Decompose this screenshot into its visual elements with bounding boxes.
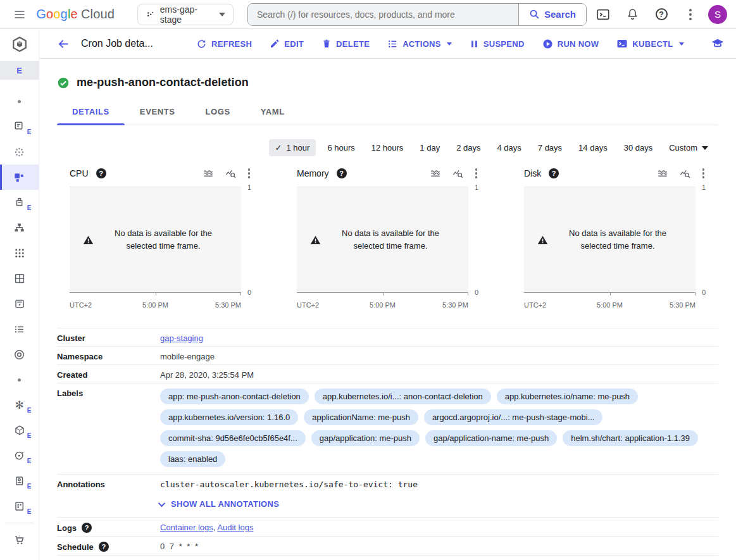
help-icon[interactable]: ?: [99, 542, 109, 552]
chart-plot-area[interactable]: No data is available for the selected ti…: [297, 187, 468, 293]
time-option-6-hours[interactable]: 6 hours: [322, 139, 359, 156]
kubectl-button[interactable]: KUBECTL: [608, 33, 692, 54]
sidebar-item-apps-grid-icon[interactable]: [0, 240, 39, 266]
main-content: me-push-anon-contact-deletion DETAILS EV…: [39, 76, 736, 560]
sidebar-item-workloads[interactable]: [0, 165, 39, 190]
tab-yaml[interactable]: YAML: [246, 99, 300, 125]
time-option-14-days[interactable]: 14 days: [573, 139, 613, 156]
row-created: Created Apr 28, 2020, 3:25:54 PM: [57, 365, 718, 383]
tab-details[interactable]: DETAILS: [57, 99, 125, 125]
help-icon[interactable]: ?: [96, 168, 106, 178]
tab-events[interactable]: EVENTS: [125, 99, 190, 125]
label-chip[interactable]: applicationName: me-push: [304, 409, 418, 425]
more-vertical-icon[interactable]: [679, 3, 702, 26]
sidebar-item-config-grid-icon[interactable]: [0, 266, 39, 291]
label-chip[interactable]: laas: enabled: [160, 451, 225, 467]
explore-metric-icon[interactable]: [452, 168, 464, 180]
back-button[interactable]: [51, 31, 76, 56]
chevron-down-icon: [447, 42, 452, 46]
gke-logo-icon[interactable]: [0, 29, 39, 59]
help-icon[interactable]: ?: [549, 168, 559, 178]
y-axis-min: 0: [247, 289, 251, 296]
time-option-12-hours[interactable]: 12 hours: [366, 139, 409, 156]
sidebar-section-e-badge[interactable]: E: [0, 61, 39, 80]
chart-style-icon[interactable]: [202, 167, 215, 180]
sidebar-item-network-globe-icon[interactable]: [0, 342, 39, 367]
hamburger-menu-icon[interactable]: [8, 2, 31, 27]
label-chip[interactable]: app.kubernetes.io/name: me-push: [497, 389, 638, 404]
sidebar-item-cluster-dots-icon[interactable]: [0, 139, 39, 165]
chart-plot-area[interactable]: No data is available for the selected ti…: [70, 187, 241, 293]
help-icon[interactable]: ?: [337, 168, 347, 178]
time-option-1-hour[interactable]: ✓1 hour: [269, 139, 316, 156]
row-annotations: Annotations cluster-autoscaler.kubernete…: [57, 475, 718, 518]
sidebar-item-storage-icon[interactable]: [0, 291, 39, 316]
label-chip[interactable]: app.kubernetes.io/i...: anon-contact-del…: [315, 389, 491, 404]
container-logs-link[interactable]: Container logs: [160, 523, 213, 532]
show-all-annotations-button[interactable]: SHOW ALL ANNOTATIONS: [160, 499, 718, 509]
google-cloud-logo[interactable]: GoogleCloud: [36, 7, 115, 22]
explore-metric-icon[interactable]: [679, 168, 691, 180]
label-chip[interactable]: helm.sh/chart: application-1.1.39: [563, 430, 698, 446]
chart-menu-icon[interactable]: [701, 167, 706, 180]
refresh-button[interactable]: REFRESH: [187, 34, 261, 54]
sidebar-item-gateways-e[interactable]: E: [0, 190, 39, 215]
details-table: Cluster gap-staging Namespace mobile-eng…: [57, 328, 718, 560]
sidebar-overflow-dot-icon[interactable]: [0, 367, 39, 392]
chart-menu-icon[interactable]: [247, 167, 252, 180]
e-badge: E: [27, 129, 32, 135]
time-option-7-days[interactable]: 7 days: [533, 139, 567, 156]
search-input[interactable]: [248, 4, 518, 25]
sidebar-item-migrate-building-e[interactable]: E: [0, 494, 39, 519]
suspend-button[interactable]: SUSPEND: [461, 34, 533, 54]
tab-logs[interactable]: LOGS: [190, 99, 245, 125]
time-option-custom[interactable]: Custom: [664, 139, 713, 156]
status-ok-icon: [57, 77, 70, 89]
avatar[interactable]: S: [708, 5, 727, 24]
chart-style-icon[interactable]: [656, 167, 669, 180]
sidebar-item-config-sync-e[interactable]: ✻ E: [0, 392, 39, 418]
label-chip[interactable]: gap/application: me-push: [311, 430, 420, 446]
audit-logs-link[interactable]: Audit logs: [217, 523, 253, 532]
time-option-1-day[interactable]: 1 day: [415, 139, 445, 156]
sidebar-item-backup-badge-e[interactable]: E: [0, 468, 39, 494]
label-chip[interactable]: gap/application-name: me-push: [425, 430, 557, 446]
search-icon: [529, 9, 540, 20]
label-chip[interactable]: app.kubernetes.io/version: 1.16.0: [160, 409, 298, 425]
search-button[interactable]: Search: [518, 4, 586, 25]
time-option-2-days[interactable]: 2 days: [451, 139, 485, 156]
time-option-30-days[interactable]: 30 days: [619, 139, 658, 156]
sidebar-overflow-dot-icon[interactable]: [0, 89, 39, 114]
e-badge: E: [27, 458, 32, 464]
sidebar-item-hierarchy-icon[interactable]: [0, 215, 39, 240]
project-icon: [146, 9, 155, 20]
help-icon[interactable]: ?: [650, 3, 673, 26]
sidebar-item-secrets-cube-e[interactable]: E: [0, 418, 39, 443]
sidebar-item-clusters-e[interactable]: E: [0, 114, 39, 139]
explore-metric-icon[interactable]: [225, 168, 237, 180]
actions-menu-button[interactable]: ACTIONS: [378, 34, 461, 54]
chart-title: Memory: [297, 168, 329, 178]
delete-button[interactable]: DELETE: [313, 34, 378, 54]
chart-style-icon[interactable]: [429, 167, 442, 180]
label-chip[interactable]: commit-sha: 9d56e6fe0cb5f65e4f...: [160, 430, 306, 446]
cloud-shell-icon[interactable]: [592, 3, 614, 26]
notifications-bell-icon[interactable]: [621, 3, 644, 26]
sidebar-item-marketplace-cart-icon[interactable]: [0, 527, 39, 552]
chevron-down-icon: [702, 146, 708, 150]
cluster-link[interactable]: gap-staging: [160, 333, 203, 343]
chart-disk: Disk ? No data is available for the sele…: [524, 160, 706, 311]
sidebar-item-service-mesh-e[interactable]: E: [0, 443, 39, 468]
chevron-down-icon: [219, 13, 225, 16]
chart-menu-icon[interactable]: [474, 167, 479, 180]
label-chip[interactable]: app: me-push-anon-contact-deletion: [160, 389, 309, 404]
learning-icon[interactable]: [711, 37, 725, 51]
sidebar-item-list-icon[interactable]: [0, 316, 39, 342]
time-option-4-days[interactable]: 4 days: [492, 139, 526, 156]
project-selector[interactable]: ems-gap-stage: [137, 4, 234, 25]
run-now-button[interactable]: RUN NOW: [533, 34, 608, 54]
chart-plot-area[interactable]: No data is available for the selected ti…: [524, 187, 695, 293]
edit-button[interactable]: EDIT: [261, 34, 313, 54]
label-chip[interactable]: argocd.argoproj.io/...: me-push-stage-mo…: [424, 409, 603, 425]
help-icon[interactable]: ?: [82, 523, 92, 533]
